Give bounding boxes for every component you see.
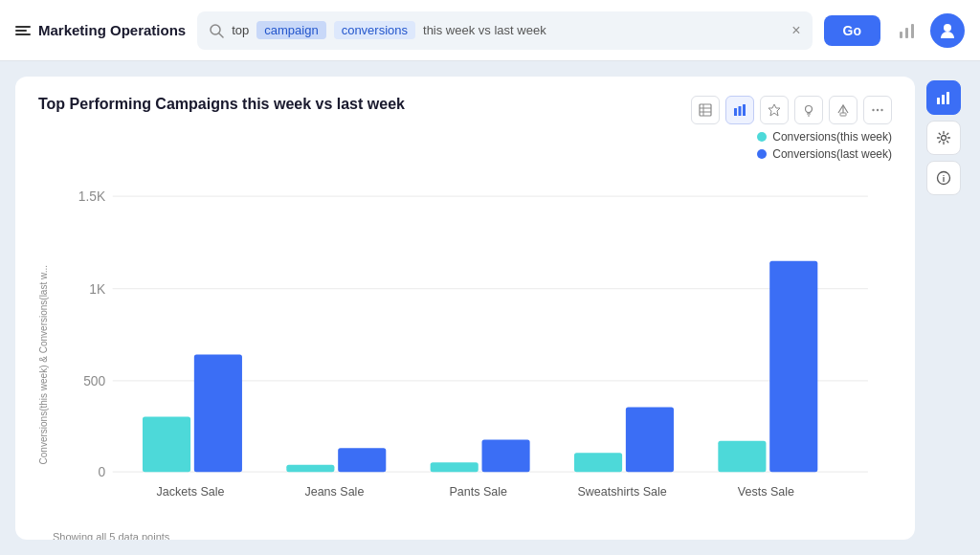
svg-rect-46 — [942, 95, 945, 104]
sidebar-info-btn[interactable]: i — [926, 161, 961, 195]
svg-rect-4 — [911, 24, 914, 38]
toolbar-share-btn[interactable] — [829, 96, 858, 124]
svg-rect-37 — [482, 439, 530, 472]
main-layout: Top Performing Campaigns this week vs la… — [0, 61, 980, 555]
chart-card: Top Performing Campaigns this week vs la… — [15, 77, 915, 540]
showing-data-points: Showing all 5 data points — [53, 531, 892, 540]
svg-rect-12 — [743, 104, 746, 116]
svg-point-13 — [806, 106, 813, 113]
svg-rect-18 — [840, 113, 846, 116]
svg-rect-10 — [734, 108, 737, 116]
svg-line-1 — [219, 33, 223, 37]
chart-footer: Showing all 5 data points Campaign — [53, 531, 892, 540]
y-axis-label: Conversions(this week) & Conversions(las… — [38, 265, 49, 464]
svg-text:Jackets Sale: Jackets Sale — [157, 485, 225, 499]
svg-rect-31 — [194, 354, 242, 472]
svg-text:Sweatshirts Sale: Sweatshirts Sale — [577, 485, 666, 499]
svg-point-48 — [942, 136, 947, 141]
chart-svg: 1.5K 1K 500 0 Jackets Sale — [53, 172, 892, 508]
token-campaign[interactable]: campaign — [256, 21, 325, 39]
sidebar-barchart-btn[interactable] — [926, 80, 961, 115]
legend-dot-last-week — [757, 149, 767, 159]
svg-rect-39 — [574, 453, 622, 472]
legend-dot-this-week — [757, 132, 767, 142]
svg-rect-2 — [900, 32, 902, 38]
go-button[interactable]: Go — [824, 15, 880, 46]
svg-text:Pants Sale: Pants Sale — [449, 485, 507, 499]
svg-text:500: 500 — [83, 374, 105, 388]
token-conversions[interactable]: conversions — [334, 21, 415, 39]
svg-rect-43 — [769, 261, 817, 473]
svg-rect-42 — [718, 441, 766, 473]
app-title: Marketing Operations — [15, 22, 186, 38]
svg-rect-40 — [626, 408, 674, 473]
sidebar-gear-btn[interactable] — [926, 121, 961, 155]
svg-text:0: 0 — [98, 465, 105, 479]
toolbar-pin-btn[interactable] — [760, 96, 789, 124]
svg-rect-33 — [286, 465, 334, 473]
chart-area: Conversions(this week) & Conversions(las… — [38, 172, 892, 540]
svg-rect-30 — [143, 417, 190, 473]
svg-rect-11 — [739, 106, 742, 116]
menu-icon — [15, 26, 31, 35]
search-icon — [209, 23, 224, 38]
user-avatar[interactable] — [930, 13, 965, 48]
svg-text:Vests Sale: Vests Sale — [738, 485, 794, 499]
chart-legend: Conversions(this week) Conversions(last … — [757, 130, 892, 161]
header: Marketing Operations top campaign conver… — [0, 0, 980, 61]
search-query-text: this week vs last week — [423, 23, 784, 37]
chart-title: Top Performing Campaigns this week vs la… — [38, 96, 405, 113]
svg-point-5 — [944, 24, 951, 32]
toolbar-more-btn[interactable] — [863, 96, 892, 124]
svg-rect-36 — [431, 462, 479, 472]
right-sidebar: i — [923, 77, 965, 540]
legend-last-week: Conversions(last week) — [757, 147, 892, 161]
svg-text:1K: 1K — [89, 282, 106, 297]
svg-text:1.5K: 1.5K — [78, 189, 106, 204]
card-header: Top Performing Campaigns this week vs la… — [38, 96, 892, 165]
svg-text:Jeans Sale: Jeans Sale — [304, 485, 364, 499]
chart-plot: 1.5K 1K 500 0 Jackets Sale — [53, 172, 892, 527]
svg-rect-6 — [700, 104, 711, 116]
svg-rect-45 — [937, 98, 940, 104]
search-clear-icon[interactable]: × — [791, 23, 800, 38]
svg-point-19 — [872, 109, 874, 111]
chart-inner: 1.5K 1K 500 0 Jackets Sale — [53, 172, 892, 540]
svg-rect-47 — [947, 92, 949, 104]
token-top: top — [232, 23, 249, 37]
card-toolbar — [691, 96, 892, 124]
legend-this-week: Conversions(this week) — [757, 130, 892, 144]
svg-point-20 — [877, 109, 879, 111]
svg-text:i: i — [943, 174, 946, 184]
svg-rect-3 — [905, 28, 908, 38]
toolbar-table-btn[interactable] — [691, 96, 720, 124]
header-icons — [892, 13, 965, 48]
search-bar[interactable]: top campaign conversions this week vs la… — [197, 11, 812, 50]
svg-point-21 — [880, 109, 882, 111]
analytics-icon[interactable] — [892, 15, 923, 46]
svg-rect-34 — [338, 448, 386, 472]
toolbar-barchart-btn[interactable] — [725, 96, 754, 124]
toolbar-bulb-btn[interactable] — [794, 96, 823, 124]
